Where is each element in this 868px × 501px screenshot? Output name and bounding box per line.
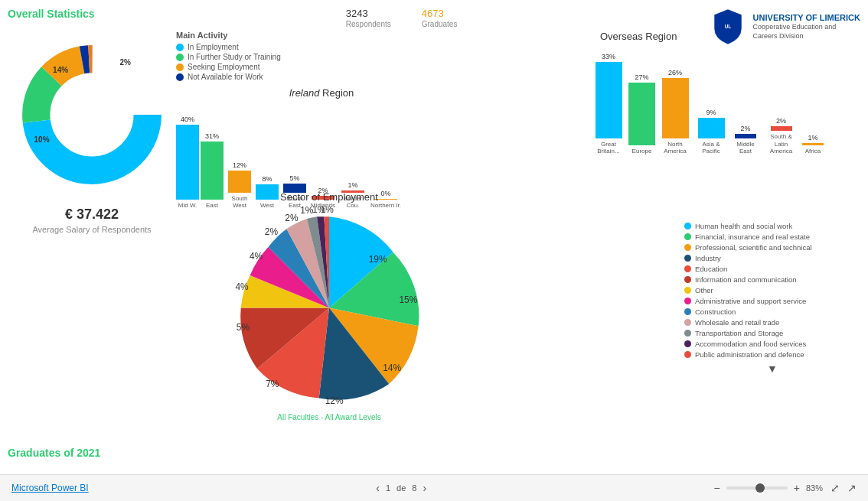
legend-item-seeking: Seeking Employment [176,63,467,71]
unavailable-dot [176,73,184,81]
bar-asia: 9% Asia & Pacific [695,109,727,155]
bar-mideast: 2% Middle East [731,125,760,155]
legend-education: Education [684,265,860,273]
svg-text:19%: 19% [369,254,387,265]
legend-title: Main Activity [176,31,467,40]
overseas-title: Overseas Region [592,31,860,42]
transport-dot [684,330,691,337]
public-admin-dot [684,351,691,358]
legend-other: Other [684,286,860,294]
svg-text:UL: UL [724,24,731,29]
accommodation-dot [684,340,691,347]
bar-gb: 33% Great Britain... [592,53,625,155]
svg-text:15%: 15% [399,294,417,305]
right-panel: Overseas Region 33% Great Britain... 27%… [592,31,860,155]
graduates-title: Graduates of 2021 [8,447,100,459]
professional-dot [684,244,691,251]
respondents-count: 3243 [346,8,391,19]
fullscreen-icon[interactable]: ⤢ [830,482,840,494]
svg-text:7%: 7% [266,379,279,389]
seeking-dot [176,63,184,71]
legend-admin: Administrative and support service [684,297,860,305]
sector-pie-svg: 19% 15% 14% 12% 7% 5% 4% 4% 2% 2% 1% 1% … [226,207,432,409]
health-dot [684,223,691,229]
pagination: ‹ 1 de 8 › [376,482,426,494]
bar-africa: 1% Africa [802,134,824,155]
sector-title: Sector of Employment [176,191,482,203]
zoom-plus[interactable]: + [794,482,800,494]
sector-section: Sector of Employment [176,191,482,421]
legend-public-admin: Public administration and defence [684,350,860,359]
sector-subtitle: All Faculties - All Award Levels [176,413,482,421]
graduates-count: 4673 [422,8,458,19]
page-current: 1 [386,483,390,493]
bar-latam: 2% South & Latin America [764,117,798,155]
legend-health: Human health and social work [684,222,860,230]
financial-dot [684,233,691,240]
page-total: 8 [412,483,416,493]
salary-value: € 37.422 [8,207,176,223]
overall-stats-title: Overall Statistics [8,8,95,20]
prev-page-button[interactable]: ‹ [376,482,380,494]
legend-info: Information and communication [684,275,860,284]
respondents-label: Respondents [346,20,391,28]
svg-text:1%: 1% [321,207,334,215]
employment-dot [176,44,184,51]
donut-chart: 73% 10% 14% 2% [15,38,168,191]
bottom-bar: Microsoft Power BI ‹ 1 de 8 › − + 83% ⤢ … [0,474,868,501]
legend-wholesale: Wholesale and retail trade [684,318,860,327]
svg-text:10%: 10% [34,135,50,144]
svg-text:2%: 2% [265,226,279,237]
svg-text:5%: 5% [237,322,250,333]
svg-text:2%: 2% [285,213,299,223]
ireland-title: Ireland Ireland Region Region [176,87,467,99]
legend-accommodation: Accommodation and food services [684,340,860,348]
education-dot [684,265,691,272]
scroll-down-icon[interactable]: ▼ [684,363,860,375]
study-dot [176,54,184,61]
admin-dot [684,298,691,304]
svg-point-6 [51,74,132,155]
svg-text:4%: 4% [250,251,263,262]
bar-europe: 27% Europe [628,73,655,155]
zoom-section: − + 83% [714,482,823,494]
share-icon[interactable]: ↗ [847,482,857,494]
legend-construction: Construction [684,307,860,316]
legend-item-study: In Further Study or Training [176,53,467,61]
construction-dot [684,308,691,315]
powerbi-link[interactable]: Microsoft Power BI [11,483,89,493]
sector-legend: Human health and social work Financial, … [684,222,860,375]
bar-north-america: 26% North America [659,69,691,155]
svg-text:14%: 14% [383,363,401,373]
next-page-button[interactable]: › [423,482,426,494]
svg-text:12%: 12% [325,395,344,406]
stats-numbers: 3243 Respondents 4673 Graduates [346,8,458,28]
donut-svg: 73% 10% 14% 2% [15,38,168,191]
zoom-slider[interactable] [726,486,788,490]
middle-top-panel: Main Activity In Employment In Further S… [176,31,467,210]
other-dot [684,287,691,294]
bottom-icons: ⤢ ↗ [830,482,857,494]
graduates-footer: Graduates of 2021 [8,447,100,459]
svg-text:14%: 14% [53,66,68,74]
svg-text:4%: 4% [235,281,249,292]
legend-item-employment: In Employment [176,43,467,51]
page-separator: de [396,483,406,493]
salary-section: € 37.422 Average Salary of Respondents [8,207,176,234]
wholesale-dot [684,319,691,326]
info-dot [684,276,691,283]
main-activity-legend: Main Activity In Employment In Further S… [176,31,467,81]
graduates-label: Graduates [422,20,458,28]
industry-dot [684,255,691,262]
zoom-minus[interactable]: − [714,482,720,494]
zoom-level: 83% [806,483,823,493]
legend-financial: Financial, insurance and real estate [684,233,860,241]
legend-transport: Transportation and Storage [684,329,860,337]
salary-label: Average Salary of Respondents [8,225,176,234]
legend-item-unavailable: Not Available for Work [176,73,467,81]
left-panel: 73% 10% 14% 2% € 37.422 Average Salary o… [8,31,176,234]
legend-industry: Industry [684,254,860,262]
svg-text:2%: 2% [119,58,131,67]
legend-professional: Professional, scientific and technical [684,243,860,252]
